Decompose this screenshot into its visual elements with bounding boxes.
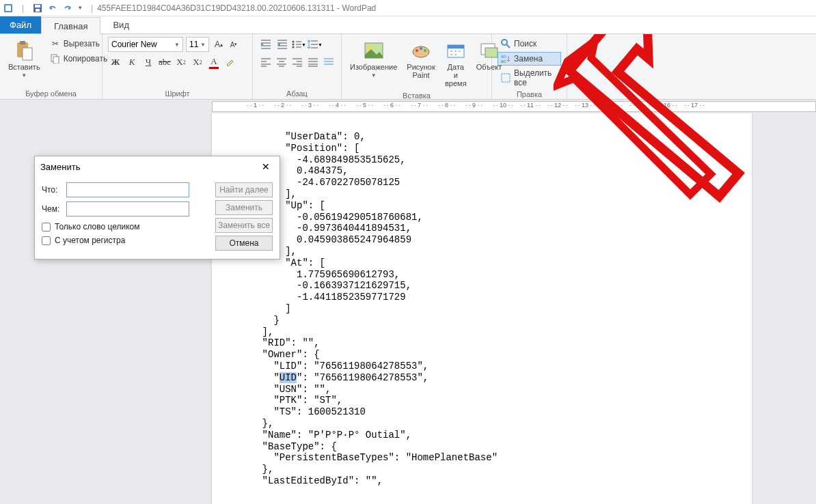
selectall-button[interactable]: Выделить все — [498, 67, 561, 89]
cut-button[interactable]: ✂ Вырезать — [47, 37, 111, 51]
replace-all-button[interactable]: Заменить все — [215, 218, 273, 233]
svg-point-10 — [293, 41, 295, 43]
align-right-button[interactable] — [290, 55, 304, 70]
svg-rect-9 — [53, 57, 59, 64]
replace-button[interactable]: abac Замена — [498, 52, 561, 66]
insert-group: Изображение ▼ Рисунок Paint Дата и время… — [342, 34, 492, 99]
app-icon — [3, 3, 14, 14]
highlight-button[interactable] — [223, 55, 238, 70]
svg-rect-6 — [20, 41, 25, 44]
underline-button[interactable]: Ч — [141, 55, 156, 70]
ruler-mark: · · 11 · · — [520, 102, 541, 109]
editing-title: Правка — [498, 89, 561, 98]
ruler-mark: · · 2 · · — [274, 102, 291, 109]
font-size-dropdown[interactable]: 11▼ — [186, 37, 209, 52]
svg-rect-4 — [36, 9, 40, 12]
qat-separator-2: | — [91, 3, 93, 13]
dialog-close-button[interactable]: ✕ — [258, 158, 274, 175]
ruler-mark: · · 6 · · — [383, 102, 400, 109]
align-center-button[interactable] — [274, 55, 288, 70]
strike-button[interactable]: abc — [157, 55, 172, 70]
image-icon — [363, 40, 385, 61]
qat-separator: | — [22, 3, 24, 13]
undo-icon[interactable] — [47, 3, 58, 14]
ruler[interactable]: · · 3 · ·· · 2 · ·· · 1 · ·· · 1 · ·· · … — [212, 101, 816, 112]
replace-with-input[interactable] — [66, 201, 189, 216]
quick-access-toolbar: | ▼ | — [3, 3, 97, 14]
dialog-titlebar[interactable]: Заменить ✕ — [35, 156, 280, 177]
chevron-down-icon: ▼ — [371, 72, 377, 79]
whole-word-checkbox[interactable] — [42, 223, 51, 232]
replace-icon: abac — [500, 53, 511, 64]
paragraph-dialog-button[interactable] — [321, 55, 336, 70]
image-button[interactable]: Изображение ▼ — [347, 37, 400, 81]
ribbon: Вставить ▼ ✂ Вырезать Копировать Буфер о… — [0, 34, 816, 100]
font-name-value: Courier New — [111, 40, 157, 49]
paint-button[interactable]: Рисунок Paint — [404, 37, 438, 82]
editing-group: Поиск abac Замена Выделить все Правка — [492, 34, 567, 99]
match-case-label: С учетом регистра — [55, 236, 125, 245]
page[interactable]: "UserData": 0, "Position": [ -4.68984985… — [212, 113, 752, 504]
window-title: 455FAEE1D1984C04A36D31C19DD43218.00.2021… — [97, 3, 376, 13]
paste-icon — [13, 40, 35, 61]
paint-label: Рисунок Paint — [407, 63, 435, 79]
find-icon — [500, 38, 511, 49]
svg-point-23 — [502, 40, 507, 45]
document-text[interactable]: "UserData": 0, "Position": [ -4.68984985… — [239, 131, 724, 487]
svg-rect-26 — [502, 74, 510, 82]
svg-point-18 — [424, 49, 426, 52]
insert-title: Вставка — [347, 90, 486, 100]
image-label: Изображение — [350, 63, 397, 71]
align-left-button[interactable] — [258, 55, 273, 70]
superscript-button[interactable]: X2 — [190, 55, 205, 70]
font-size-value: 11 — [189, 40, 198, 49]
home-tab[interactable]: Главная — [41, 17, 100, 34]
find-button[interactable]: Поиск — [498, 37, 561, 51]
svg-rect-3 — [35, 5, 40, 8]
ruler-mark: · · 1 · · — [247, 102, 264, 109]
find-next-button[interactable]: Найти далее — [215, 182, 273, 197]
find-what-input[interactable] — [66, 182, 189, 197]
justify-button[interactable] — [305, 55, 320, 70]
line-spacing-button[interactable]: ▼ — [308, 37, 323, 52]
svg-point-17 — [420, 47, 422, 50]
ruler-mark: · · 17 · · — [684, 102, 705, 109]
ruler-mark: · · 10 · · — [493, 102, 513, 109]
selectall-icon — [500, 72, 511, 83]
bullets-button[interactable]: ▼ — [291, 37, 306, 52]
font-color-button[interactable]: A — [206, 55, 221, 70]
svg-rect-1 — [5, 5, 11, 11]
svg-text:ab: ab — [501, 54, 506, 59]
match-case-checkbox[interactable] — [42, 236, 51, 245]
ribbon-tabs: Файл Главная Вид — [0, 16, 816, 34]
save-icon[interactable] — [32, 3, 43, 14]
grow-font-button[interactable]: A▴ — [212, 37, 226, 52]
ruler-mark: · · 16 · · — [657, 102, 677, 109]
cut-icon: ✂ — [50, 38, 61, 49]
paint-icon — [410, 40, 432, 61]
decrease-indent-button[interactable] — [258, 37, 273, 52]
paste-button[interactable]: Вставить ▼ — [5, 37, 43, 81]
bold-button[interactable]: Ж — [108, 55, 123, 70]
replace-one-button[interactable]: Заменить — [215, 200, 273, 215]
cancel-button[interactable]: Отмена — [215, 236, 273, 251]
ruler-mark: · · 12 · · — [547, 102, 568, 109]
subscript-button[interactable]: X2 — [174, 55, 189, 70]
paste-label: Вставить — [8, 63, 40, 71]
file-tab[interactable]: Файл — [0, 16, 41, 33]
shrink-font-button[interactable]: A▾ — [227, 37, 241, 52]
qat-dropdown-icon[interactable]: ▼ — [77, 5, 83, 11]
increase-indent-button[interactable] — [275, 37, 290, 52]
view-tab[interactable]: Вид — [100, 16, 142, 33]
font-group: Courier New▼ 11▼ A▴ A▾ Ж К Ч abc X2 X2 A… — [103, 34, 253, 99]
svg-point-12 — [293, 46, 295, 48]
redo-icon[interactable] — [62, 3, 73, 14]
copy-button[interactable]: Копировать — [47, 52, 111, 66]
datetime-button[interactable]: Дата и время — [442, 37, 470, 90]
font-name-dropdown[interactable]: Courier New▼ — [108, 37, 183, 52]
ruler-mark: · · 14 · · — [602, 102, 623, 109]
paste-dropdown-icon: ▼ — [21, 72, 27, 79]
italic-button[interactable]: К — [124, 55, 139, 70]
ruler-mark: · · 9 · · — [465, 102, 482, 109]
find-label: Поиск — [514, 39, 536, 48]
